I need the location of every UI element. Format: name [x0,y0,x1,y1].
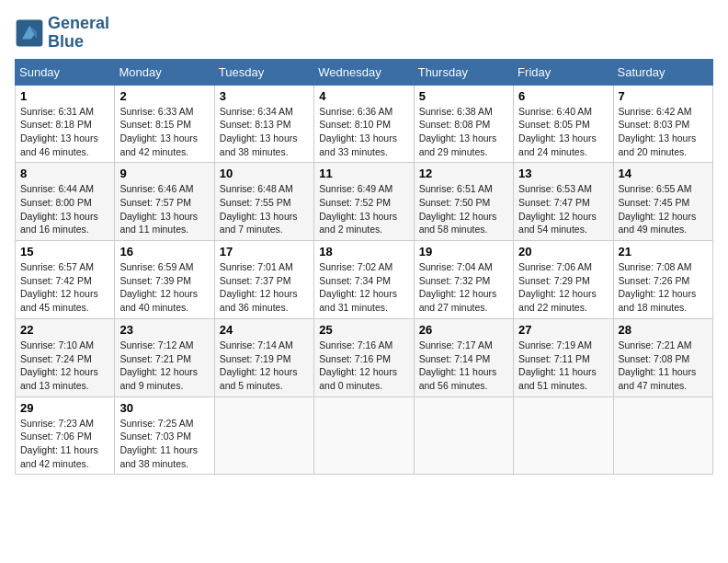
day-detail: Sunrise: 6:42 AM Sunset: 8:03 PM Dayligh… [619,105,708,159]
day-detail: Sunrise: 7:12 AM Sunset: 7:21 PM Dayligh… [119,339,209,393]
calendar-table: SundayMondayTuesdayWednesdayThursdayFrid… [15,59,713,476]
day-number: 5 [419,89,508,103]
calendar-cell: 13 Sunrise: 6:53 AM Sunset: 7:47 PM Dayl… [514,163,613,241]
calendar-cell: 12 Sunrise: 6:51 AM Sunset: 7:50 PM Dayl… [414,163,513,241]
day-number: 11 [319,167,408,180]
calendar-cell: 23 Sunrise: 7:12 AM Sunset: 7:21 PM Dayl… [115,318,214,396]
day-number: 18 [319,245,408,259]
calendar-cell: 19 Sunrise: 7:04 AM Sunset: 7:32 PM Dayl… [414,241,513,319]
day-detail: Sunrise: 6:46 AM Sunset: 7:57 PM Dayligh… [119,182,209,236]
calendar-cell: 10 Sunrise: 6:48 AM Sunset: 7:55 PM Dayl… [214,163,313,241]
day-number: 17 [220,245,309,259]
calendar-cell: 4 Sunrise: 6:36 AM Sunset: 8:10 PM Dayli… [314,85,414,163]
calendar-row: 15 Sunrise: 6:57 AM Sunset: 7:42 PM Dayl… [16,241,713,319]
day-number: 3 [220,89,309,103]
day-detail: Sunrise: 7:06 AM Sunset: 7:29 PM Dayligh… [518,260,608,315]
calendar-cell [314,396,414,475]
calendar-row: 1 Sunrise: 6:31 AM Sunset: 8:18 PM Dayli… [16,85,713,163]
logo-text: General Blue [48,15,109,52]
calendar-cell: 20 Sunrise: 7:06 AM Sunset: 7:29 PM Dayl… [514,241,613,319]
calendar-cell: 9 Sunrise: 6:46 AM Sunset: 7:57 PM Dayli… [115,163,214,241]
day-number: 23 [119,323,209,337]
weekday-header: Sunday [16,59,115,85]
page-header: General Blue [15,15,713,52]
calendar-cell [613,396,712,475]
day-detail: Sunrise: 7:14 AM Sunset: 7:19 PM Dayligh… [220,339,309,393]
day-number: 20 [518,245,608,259]
weekday-header: Friday [514,59,613,85]
day-detail: Sunrise: 7:04 AM Sunset: 7:32 PM Dayligh… [419,260,508,315]
calendar-cell: 22 Sunrise: 7:10 AM Sunset: 7:24 PM Dayl… [16,318,115,396]
day-detail: Sunrise: 7:21 AM Sunset: 7:08 PM Dayligh… [619,339,708,393]
calendar-cell: 8 Sunrise: 6:44 AM Sunset: 8:00 PM Dayli… [16,163,115,241]
calendar-cell: 27 Sunrise: 7:19 AM Sunset: 7:11 PM Dayl… [514,318,613,396]
day-detail: Sunrise: 7:19 AM Sunset: 7:11 PM Dayligh… [518,339,608,393]
day-number: 15 [20,245,109,259]
day-number: 4 [319,89,408,103]
calendar-cell: 17 Sunrise: 7:01 AM Sunset: 7:37 PM Dayl… [214,241,313,319]
day-detail: Sunrise: 7:02 AM Sunset: 7:34 PM Dayligh… [319,260,408,315]
calendar-cell: 2 Sunrise: 6:33 AM Sunset: 8:15 PM Dayli… [115,85,214,163]
day-detail: Sunrise: 6:49 AM Sunset: 7:52 PM Dayligh… [319,182,408,236]
day-number: 25 [319,323,408,337]
calendar-cell: 25 Sunrise: 7:16 AM Sunset: 7:16 PM Dayl… [314,318,414,396]
day-detail: Sunrise: 7:16 AM Sunset: 7:16 PM Dayligh… [319,339,408,393]
calendar-row: 8 Sunrise: 6:44 AM Sunset: 8:00 PM Dayli… [16,163,713,241]
calendar-cell: 14 Sunrise: 6:55 AM Sunset: 7:45 PM Dayl… [613,163,712,241]
day-detail: Sunrise: 6:51 AM Sunset: 7:50 PM Dayligh… [419,182,508,236]
day-detail: Sunrise: 6:48 AM Sunset: 7:55 PM Dayligh… [220,182,309,236]
weekday-header: Tuesday [214,59,313,85]
calendar-cell: 24 Sunrise: 7:14 AM Sunset: 7:19 PM Dayl… [214,318,313,396]
calendar-cell [214,396,313,475]
day-number: 12 [419,167,508,180]
day-detail: Sunrise: 7:25 AM Sunset: 7:03 PM Dayligh… [119,417,209,471]
calendar-cell: 21 Sunrise: 7:08 AM Sunset: 7:26 PM Dayl… [613,241,712,319]
weekday-header: Thursday [414,59,513,85]
day-number: 13 [518,167,608,180]
day-detail: Sunrise: 6:33 AM Sunset: 8:15 PM Dayligh… [119,105,209,159]
day-detail: Sunrise: 7:17 AM Sunset: 7:14 PM Dayligh… [419,339,508,393]
weekday-header: Monday [115,59,214,85]
day-detail: Sunrise: 6:38 AM Sunset: 8:08 PM Dayligh… [419,105,508,159]
day-detail: Sunrise: 6:31 AM Sunset: 8:18 PM Dayligh… [20,105,109,159]
calendar-header-row: SundayMondayTuesdayWednesdayThursdayFrid… [16,59,713,85]
day-number: 24 [220,323,309,337]
day-number: 8 [20,167,109,180]
day-detail: Sunrise: 6:34 AM Sunset: 8:13 PM Dayligh… [220,105,309,159]
calendar-cell: 5 Sunrise: 6:38 AM Sunset: 8:08 PM Dayli… [414,85,513,163]
day-detail: Sunrise: 6:59 AM Sunset: 7:39 PM Dayligh… [119,260,209,315]
calendar-cell: 16 Sunrise: 6:59 AM Sunset: 7:39 PM Dayl… [115,241,214,319]
day-number: 29 [20,401,109,415]
calendar-cell: 28 Sunrise: 7:21 AM Sunset: 7:08 PM Dayl… [613,318,712,396]
day-number: 28 [619,323,708,337]
day-detail: Sunrise: 6:57 AM Sunset: 7:42 PM Dayligh… [20,260,109,315]
day-number: 6 [518,89,608,103]
day-number: 21 [619,245,708,259]
day-detail: Sunrise: 6:55 AM Sunset: 7:45 PM Dayligh… [619,182,708,236]
calendar-cell [514,396,613,475]
day-number: 1 [20,89,109,103]
calendar-cell: 7 Sunrise: 6:42 AM Sunset: 8:03 PM Dayli… [613,85,712,163]
day-number: 2 [119,89,209,103]
day-number: 19 [419,245,508,259]
day-detail: Sunrise: 7:08 AM Sunset: 7:26 PM Dayligh… [619,260,708,315]
day-number: 16 [119,245,209,259]
day-number: 30 [119,401,209,415]
day-number: 14 [619,167,708,180]
calendar-cell: 15 Sunrise: 6:57 AM Sunset: 7:42 PM Dayl… [16,241,115,319]
calendar-cell: 1 Sunrise: 6:31 AM Sunset: 8:18 PM Dayli… [16,85,115,163]
calendar-cell [414,396,513,475]
calendar-cell: 30 Sunrise: 7:25 AM Sunset: 7:03 PM Dayl… [115,396,214,475]
day-detail: Sunrise: 6:44 AM Sunset: 8:00 PM Dayligh… [20,182,109,236]
calendar-cell: 29 Sunrise: 7:23 AM Sunset: 7:06 PM Dayl… [16,396,115,475]
logo: General Blue [15,15,109,52]
day-detail: Sunrise: 7:10 AM Sunset: 7:24 PM Dayligh… [20,339,109,393]
logo-icon [15,18,44,48]
day-number: 22 [20,323,109,337]
day-detail: Sunrise: 6:53 AM Sunset: 7:47 PM Dayligh… [518,182,608,236]
day-number: 10 [220,167,309,180]
day-number: 7 [619,89,708,103]
calendar-cell: 18 Sunrise: 7:02 AM Sunset: 7:34 PM Dayl… [314,241,414,319]
calendar-cell: 3 Sunrise: 6:34 AM Sunset: 8:13 PM Dayli… [214,85,313,163]
day-detail: Sunrise: 6:36 AM Sunset: 8:10 PM Dayligh… [319,105,408,159]
